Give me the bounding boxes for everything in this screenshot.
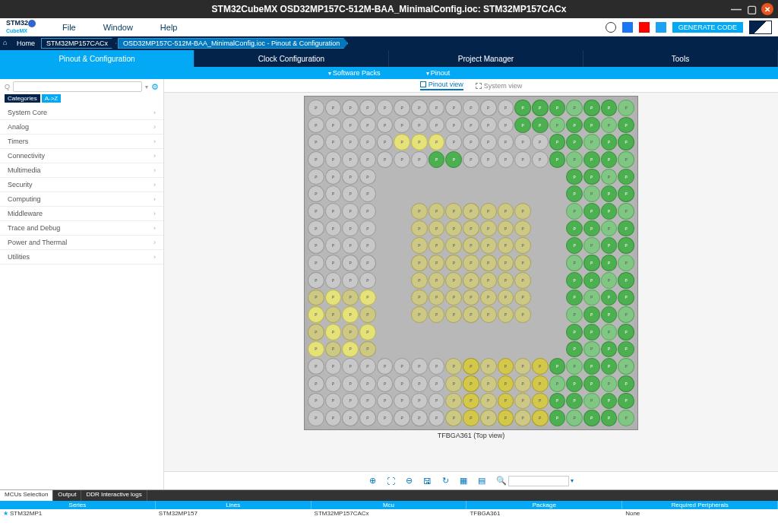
- pin-ball[interactable]: P: [601, 203, 618, 220]
- pin-ball[interactable]: P: [411, 100, 428, 116]
- pin-ball[interactable]: P: [601, 185, 618, 202]
- tab-tools[interactable]: Tools: [584, 50, 778, 67]
- pin-ball[interactable]: P: [584, 306, 600, 323]
- pin-ball[interactable]: P: [411, 272, 428, 289]
- pin-ball[interactable]: P: [411, 151, 428, 168]
- pin-ball[interactable]: P: [429, 203, 445, 220]
- chip-package[interactable]: PPPPPPPPPPPPPPPPPPPPPPPPPPPPPPPPPPPPPPPP…: [304, 96, 638, 430]
- pin-ball[interactable]: P: [445, 393, 462, 410]
- pin-ball[interactable]: P: [342, 375, 359, 392]
- pin-ball[interactable]: P: [566, 203, 583, 220]
- window-minimize-button[interactable]: —: [731, 4, 742, 14]
- pin-ball[interactable]: P: [359, 185, 376, 202]
- pin-ball[interactable]: P: [445, 358, 462, 375]
- pin-ball[interactable]: P: [601, 117, 618, 134]
- sidebar-item-security[interactable]: Security›: [0, 178, 163, 192]
- pin-ball[interactable]: P: [549, 117, 566, 134]
- pin-ball[interactable]: P: [498, 220, 514, 237]
- pin-ball[interactable]: P: [498, 255, 514, 271]
- sidebar-item-system-core[interactable]: System Core›: [0, 106, 163, 120]
- pin-ball[interactable]: P: [325, 393, 342, 410]
- pin-ball[interactable]: P: [445, 306, 462, 323]
- view-system[interactable]: System view: [476, 82, 523, 90]
- pin-ball[interactable]: P: [411, 290, 428, 306]
- pin-ball[interactable]: P: [532, 134, 549, 150]
- pin-ball[interactable]: P: [342, 117, 359, 134]
- pin-ball[interactable]: P: [411, 255, 428, 271]
- pin-ball[interactable]: P: [325, 151, 342, 168]
- pin-ball[interactable]: P: [618, 375, 634, 392]
- pin-ball[interactable]: P: [498, 134, 514, 150]
- pin-ball[interactable]: P: [618, 324, 634, 340]
- pin-ball[interactable]: P: [601, 255, 618, 271]
- pin-ball[interactable]: P: [549, 410, 566, 426]
- pin-ball[interactable]: P: [601, 272, 618, 289]
- pin-ball[interactable]: P: [498, 151, 514, 168]
- pin-ball[interactable]: P: [566, 410, 583, 426]
- sidebar-item-middleware[interactable]: Middleware›: [0, 207, 163, 221]
- pin-ball[interactable]: P: [308, 255, 324, 271]
- grid-icon[interactable]: ▦: [460, 476, 467, 486]
- bp-tab-ddr[interactable]: DDR Interactive logs: [81, 490, 147, 501]
- pin-ball[interactable]: P: [601, 134, 618, 150]
- pin-ball[interactable]: P: [566, 151, 583, 168]
- pin-ball[interactable]: P: [308, 272, 324, 289]
- pin-ball[interactable]: P: [532, 375, 549, 392]
- pin-ball[interactable]: P: [618, 341, 634, 358]
- pin-ball[interactable]: P: [601, 324, 618, 340]
- pin-ball[interactable]: P: [411, 237, 428, 254]
- pin-ball[interactable]: P: [429, 272, 445, 289]
- pin-ball[interactable]: P: [498, 358, 514, 375]
- pin-ball[interactable]: P: [618, 272, 634, 289]
- pin-ball[interactable]: P: [498, 272, 514, 289]
- pin-ball[interactable]: P: [584, 358, 600, 375]
- pin-ball[interactable]: P: [584, 255, 600, 271]
- sidebar-item-utilities[interactable]: Utilities›: [0, 250, 163, 264]
- pin-ball[interactable]: P: [463, 117, 479, 134]
- pin-ball[interactable]: P: [325, 306, 342, 323]
- pin-ball[interactable]: P: [601, 306, 618, 323]
- pin-ball[interactable]: P: [618, 169, 634, 185]
- pin-ball[interactable]: P: [480, 306, 497, 323]
- pin-ball[interactable]: P: [342, 169, 359, 185]
- pin-ball[interactable]: P: [549, 393, 566, 410]
- pin-ball[interactable]: P: [308, 169, 324, 185]
- pin-ball[interactable]: P: [584, 220, 600, 237]
- pin-ball[interactable]: P: [498, 203, 514, 220]
- pin-ball[interactable]: P: [584, 151, 600, 168]
- pin-ball[interactable]: P: [463, 410, 479, 426]
- pin-ball[interactable]: P: [463, 134, 479, 150]
- pin-ball[interactable]: P: [566, 117, 583, 134]
- pin-ball[interactable]: P: [532, 151, 549, 168]
- pin-ball[interactable]: P: [584, 169, 600, 185]
- pin-ball[interactable]: P: [480, 255, 497, 271]
- pin-ball[interactable]: P: [463, 375, 479, 392]
- pin-ball[interactable]: P: [618, 393, 634, 410]
- pin-ball[interactable]: P: [325, 203, 342, 220]
- pin-ball[interactable]: P: [429, 117, 445, 134]
- pin-ball[interactable]: P: [618, 203, 634, 220]
- pin-ball[interactable]: P: [325, 375, 342, 392]
- pin-ball[interactable]: P: [377, 151, 394, 168]
- pin-ball[interactable]: P: [601, 393, 618, 410]
- zoom-fit-icon[interactable]: ⛶: [387, 477, 395, 486]
- pin-ball[interactable]: P: [514, 290, 531, 306]
- pin-ball[interactable]: P: [566, 324, 583, 340]
- pin-ball[interactable]: P: [463, 290, 479, 306]
- pin-ball[interactable]: P: [342, 255, 359, 271]
- bp-col-req[interactable]: Required Peripherals: [622, 501, 778, 509]
- bp-tab-mcu[interactable]: MCUs Selection: [0, 490, 53, 501]
- home-icon[interactable]: ⌂: [3, 39, 12, 48]
- pin-ball[interactable]: P: [514, 237, 531, 254]
- pin-ball[interactable]: P: [514, 220, 531, 237]
- pin-ball[interactable]: P: [325, 185, 342, 202]
- pin-ball[interactable]: P: [359, 272, 376, 289]
- pin-ball[interactable]: P: [618, 290, 634, 306]
- pin-ball[interactable]: P: [359, 410, 376, 426]
- pin-ball[interactable]: P: [566, 255, 583, 271]
- pin-ball[interactable]: P: [566, 358, 583, 375]
- pin-ball[interactable]: P: [445, 290, 462, 306]
- window-maximize-button[interactable]: ▢: [746, 4, 757, 14]
- pin-ball[interactable]: P: [325, 272, 342, 289]
- pin-ball[interactable]: P: [584, 185, 600, 202]
